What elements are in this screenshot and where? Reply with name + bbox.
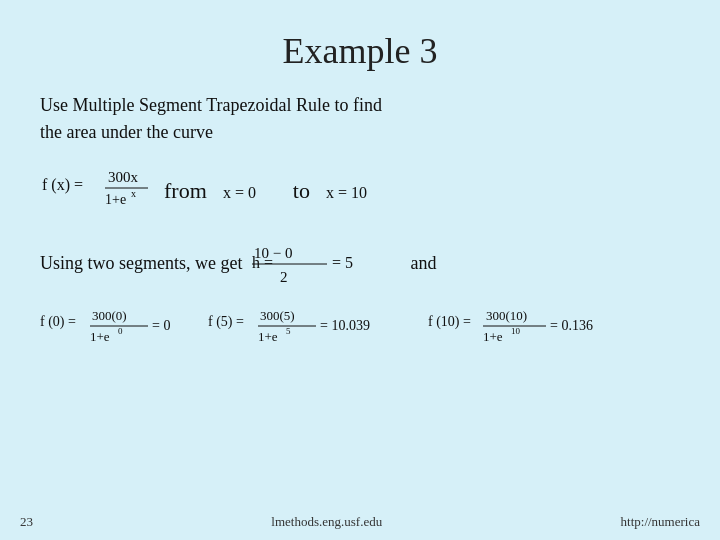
footer: 23 lmethods.eng.usf.edu http://numerica <box>0 514 720 530</box>
svg-text:= 5: = 5 <box>332 254 353 271</box>
svg-text:= 0: = 0 <box>152 318 170 333</box>
svg-text:f (x) =: f (x) = <box>42 176 83 194</box>
footer-url: lmethods.eng.usf.edu <box>271 514 382 530</box>
svg-text:10: 10 <box>511 326 521 336</box>
svg-text:= 0.136: = 0.136 <box>550 318 593 333</box>
svg-text:x = 0: x = 0 <box>223 184 256 201</box>
segment-row: Using two segments, we get 10 − 0 2 = 5 … <box>40 238 680 288</box>
svg-text:f (5) =: f (5) = <box>208 314 244 330</box>
footer-site: http://numerica <box>621 514 700 530</box>
svg-text:300(5): 300(5) <box>260 308 295 323</box>
svg-text:0: 0 <box>118 326 123 336</box>
svg-text:1+e: 1+e <box>105 192 126 207</box>
svg-text:2: 2 <box>280 269 288 285</box>
footer-page-number: 23 <box>20 514 33 530</box>
svg-text:1+e: 1+e <box>258 329 278 344</box>
segment-text: Using two segments, we get <box>40 253 242 274</box>
f0-formula: f (0) = 300(0) 1+e 0 = 0 <box>40 306 198 366</box>
svg-text:300(10): 300(10) <box>486 308 527 323</box>
from-label: from <box>158 178 213 204</box>
slide-title: Example 3 <box>40 30 680 72</box>
svg-text:5: 5 <box>286 326 291 336</box>
svg-text:300x: 300x <box>108 169 139 185</box>
x-equals-0: x = 0 <box>221 172 279 210</box>
svg-text:1+e: 1+e <box>90 329 110 344</box>
to-label: to <box>287 178 316 204</box>
f5-formula: f (5) = 300(5) 1+e 5 = 10.039 <box>208 306 418 366</box>
and-label: and <box>410 253 436 274</box>
svg-text:h =: h = <box>252 254 273 271</box>
svg-text:1+e: 1+e <box>483 329 503 344</box>
svg-text:300(0): 300(0) <box>92 308 127 323</box>
fx-formula: f (x) = 300x 1+e x <box>40 162 150 220</box>
svg-text:f (10) =: f (10) = <box>428 314 471 330</box>
svg-text:f (0) =: f (0) = <box>40 314 76 330</box>
svg-text:x: x <box>131 188 136 199</box>
main-formula-row: f (x) = 300x 1+e x from x = 0 to x = 10 <box>40 162 680 220</box>
h-formula: 10 − 0 2 = 5 h = <box>252 238 392 288</box>
x-equals-10: x = 10 <box>324 172 389 210</box>
svg-text:= 10.039: = 10.039 <box>320 318 370 333</box>
intro-text: Use Multiple Segment Trapezoidal Rule to… <box>40 92 680 146</box>
slide: Example 3 Use Multiple Segment Trapezoid… <box>0 0 720 540</box>
f10-formula: f (10) = 300(10) 1+e 10 = 0.136 <box>428 306 648 366</box>
bottom-formulas-row: f (0) = 300(0) 1+e 0 = 0 f (5) = 300(5) … <box>40 306 680 366</box>
svg-text:x = 10: x = 10 <box>326 184 367 201</box>
